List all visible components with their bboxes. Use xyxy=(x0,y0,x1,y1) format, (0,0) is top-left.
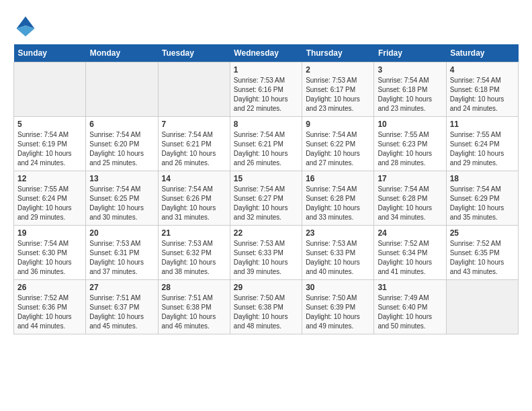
day-number: 3 xyxy=(378,65,442,75)
day-info: Sunrise: 7:54 AM Sunset: 6:30 PM Dayligh… xyxy=(17,239,82,277)
day-info: Sunrise: 7:54 AM Sunset: 6:20 PM Dayligh… xyxy=(89,130,154,168)
day-info: Sunrise: 7:53 AM Sunset: 6:32 PM Dayligh… xyxy=(162,239,226,277)
day-number: 22 xyxy=(234,228,298,238)
day-number: 31 xyxy=(378,283,442,292)
day-info: Sunrise: 7:54 AM Sunset: 6:26 PM Dayligh… xyxy=(162,185,226,222)
day-info: Sunrise: 7:52 AM Sunset: 6:34 PM Dayligh… xyxy=(378,239,442,277)
day-number: 26 xyxy=(17,283,82,292)
day-number: 16 xyxy=(306,174,370,183)
day-info: Sunrise: 7:54 AM Sunset: 6:19 PM Dayligh… xyxy=(17,130,82,168)
day-number: 6 xyxy=(89,120,154,129)
header-cell-thursday: Thursday xyxy=(302,44,374,62)
day-number: 29 xyxy=(234,283,298,292)
day-info: Sunrise: 7:53 AM Sunset: 6:33 PM Dayligh… xyxy=(306,239,370,277)
week-row-4: 19Sunrise: 7:54 AM Sunset: 6:30 PM Dayli… xyxy=(14,226,519,280)
day-number: 23 xyxy=(306,228,370,238)
day-cell: 26Sunrise: 7:52 AM Sunset: 6:36 PM Dayli… xyxy=(14,280,86,334)
day-info: Sunrise: 7:50 AM Sunset: 6:39 PM Dayligh… xyxy=(306,293,370,331)
day-number: 11 xyxy=(450,120,515,129)
week-row-3: 12Sunrise: 7:55 AM Sunset: 6:24 PM Dayli… xyxy=(14,171,519,226)
day-cell: 31Sunrise: 7:49 AM Sunset: 6:40 PM Dayli… xyxy=(374,280,446,334)
header-cell-saturday: Saturday xyxy=(446,44,518,62)
day-number: 12 xyxy=(17,174,82,183)
week-row-2: 5Sunrise: 7:54 AM Sunset: 6:19 PM Daylig… xyxy=(14,117,519,171)
day-cell: 4Sunrise: 7:54 AM Sunset: 6:18 PM Daylig… xyxy=(446,62,518,117)
header-cell-monday: Monday xyxy=(86,44,158,62)
day-cell: 2Sunrise: 7:53 AM Sunset: 6:17 PM Daylig… xyxy=(302,62,374,117)
day-cell: 18Sunrise: 7:54 AM Sunset: 6:29 PM Dayli… xyxy=(446,171,518,226)
day-number: 27 xyxy=(89,283,154,292)
day-cell: 29Sunrise: 7:50 AM Sunset: 6:38 PM Dayli… xyxy=(230,280,302,334)
day-cell: 16Sunrise: 7:54 AM Sunset: 6:28 PM Dayli… xyxy=(302,171,374,226)
day-info: Sunrise: 7:49 AM Sunset: 6:40 PM Dayligh… xyxy=(378,293,442,331)
day-cell: 28Sunrise: 7:51 AM Sunset: 6:38 PM Dayli… xyxy=(158,280,230,334)
day-info: Sunrise: 7:55 AM Sunset: 6:24 PM Dayligh… xyxy=(17,185,82,222)
day-info: Sunrise: 7:52 AM Sunset: 6:36 PM Dayligh… xyxy=(17,293,82,331)
day-cell: 14Sunrise: 7:54 AM Sunset: 6:26 PM Dayli… xyxy=(158,171,230,226)
day-info: Sunrise: 7:54 AM Sunset: 6:18 PM Dayligh… xyxy=(450,76,515,113)
day-number: 30 xyxy=(306,283,370,292)
day-cell: 12Sunrise: 7:55 AM Sunset: 6:24 PM Dayli… xyxy=(14,171,86,226)
day-cell: 24Sunrise: 7:52 AM Sunset: 6:34 PM Dayli… xyxy=(374,226,446,280)
day-number: 10 xyxy=(378,120,442,129)
day-cell: 3Sunrise: 7:54 AM Sunset: 6:18 PM Daylig… xyxy=(374,62,446,117)
day-cell: 6Sunrise: 7:54 AM Sunset: 6:20 PM Daylig… xyxy=(86,117,158,171)
day-info: Sunrise: 7:55 AM Sunset: 6:23 PM Dayligh… xyxy=(378,130,442,168)
day-info: Sunrise: 7:53 AM Sunset: 6:17 PM Dayligh… xyxy=(306,76,370,113)
day-number: 19 xyxy=(17,228,82,238)
day-cell: 17Sunrise: 7:54 AM Sunset: 6:28 PM Dayli… xyxy=(374,171,446,226)
day-cell: 13Sunrise: 7:54 AM Sunset: 6:25 PM Dayli… xyxy=(86,171,158,226)
day-info: Sunrise: 7:53 AM Sunset: 6:33 PM Dayligh… xyxy=(234,239,298,277)
day-cell: 15Sunrise: 7:54 AM Sunset: 6:27 PM Dayli… xyxy=(230,171,302,226)
logo xyxy=(13,13,40,38)
day-cell: 10Sunrise: 7:55 AM Sunset: 6:23 PM Dayli… xyxy=(374,117,446,171)
day-info: Sunrise: 7:54 AM Sunset: 6:21 PM Dayligh… xyxy=(162,130,226,168)
day-cell: 23Sunrise: 7:53 AM Sunset: 6:33 PM Dayli… xyxy=(302,226,374,280)
day-cell: 22Sunrise: 7:53 AM Sunset: 6:33 PM Dayli… xyxy=(230,226,302,280)
day-number: 9 xyxy=(306,120,370,129)
day-info: Sunrise: 7:54 AM Sunset: 6:29 PM Dayligh… xyxy=(450,185,515,222)
day-cell: 21Sunrise: 7:53 AM Sunset: 6:32 PM Dayli… xyxy=(158,226,230,280)
day-cell: 19Sunrise: 7:54 AM Sunset: 6:30 PM Dayli… xyxy=(14,226,86,280)
logo-icon xyxy=(13,13,38,38)
header xyxy=(13,13,519,38)
day-number: 24 xyxy=(378,228,442,238)
day-info: Sunrise: 7:54 AM Sunset: 6:18 PM Dayligh… xyxy=(378,76,442,113)
day-number: 4 xyxy=(450,65,515,75)
day-cell xyxy=(86,62,158,117)
day-cell: 11Sunrise: 7:55 AM Sunset: 6:24 PM Dayli… xyxy=(446,117,518,171)
day-number: 25 xyxy=(450,228,515,238)
day-cell: 30Sunrise: 7:50 AM Sunset: 6:39 PM Dayli… xyxy=(302,280,374,334)
header-cell-tuesday: Tuesday xyxy=(158,44,230,62)
day-info: Sunrise: 7:51 AM Sunset: 6:38 PM Dayligh… xyxy=(162,293,226,331)
day-number: 13 xyxy=(89,174,154,183)
day-info: Sunrise: 7:54 AM Sunset: 6:21 PM Dayligh… xyxy=(234,130,298,168)
day-info: Sunrise: 7:51 AM Sunset: 6:37 PM Dayligh… xyxy=(89,293,154,331)
header-cell-sunday: Sunday xyxy=(14,44,86,62)
day-info: Sunrise: 7:52 AM Sunset: 6:35 PM Dayligh… xyxy=(450,239,515,277)
day-number: 20 xyxy=(89,228,154,238)
day-number: 2 xyxy=(306,65,370,75)
day-number: 17 xyxy=(378,174,442,183)
day-cell: 1Sunrise: 7:53 AM Sunset: 6:16 PM Daylig… xyxy=(230,62,302,117)
day-info: Sunrise: 7:50 AM Sunset: 6:38 PM Dayligh… xyxy=(234,293,298,331)
day-cell: 20Sunrise: 7:53 AM Sunset: 6:31 PM Dayli… xyxy=(86,226,158,280)
day-info: Sunrise: 7:53 AM Sunset: 6:16 PM Dayligh… xyxy=(234,76,298,113)
day-info: Sunrise: 7:54 AM Sunset: 6:27 PM Dayligh… xyxy=(234,185,298,222)
calendar-header: SundayMondayTuesdayWednesdayThursdayFrid… xyxy=(14,44,519,62)
header-cell-friday: Friday xyxy=(374,44,446,62)
day-cell: 5Sunrise: 7:54 AM Sunset: 6:19 PM Daylig… xyxy=(14,117,86,171)
day-cell xyxy=(446,280,518,334)
day-cell: 27Sunrise: 7:51 AM Sunset: 6:37 PM Dayli… xyxy=(86,280,158,334)
day-cell: 25Sunrise: 7:52 AM Sunset: 6:35 PM Dayli… xyxy=(446,226,518,280)
day-number: 18 xyxy=(450,174,515,183)
day-number: 28 xyxy=(162,283,226,292)
day-number: 1 xyxy=(234,65,298,75)
day-number: 15 xyxy=(234,174,298,183)
week-row-5: 26Sunrise: 7:52 AM Sunset: 6:36 PM Dayli… xyxy=(14,280,519,334)
day-number: 14 xyxy=(162,174,226,183)
day-cell xyxy=(14,62,86,117)
day-number: 8 xyxy=(234,120,298,129)
day-cell xyxy=(158,62,230,117)
day-number: 21 xyxy=(162,228,226,238)
